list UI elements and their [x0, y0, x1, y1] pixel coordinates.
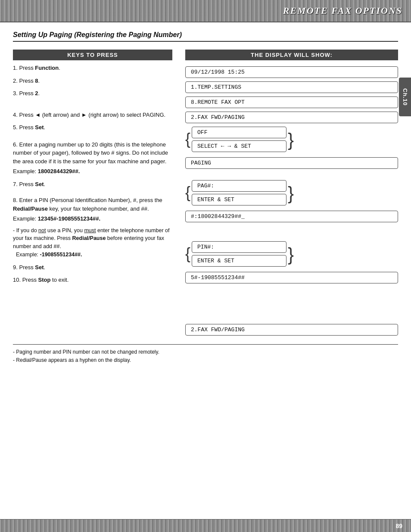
step-5-num: 5. [13, 124, 19, 131]
display-datetime: 09/12/1998 15:25 [185, 66, 398, 78]
step-10: 10. Press Stop to exit. [13, 276, 172, 284]
step-7-num: 7. [13, 181, 19, 187]
notes-section: - Paging number and PIN number can not b… [13, 344, 398, 364]
step-9-text: Press Set. [19, 264, 45, 271]
page-header: REMOTE FAX OPTIONS [0, 0, 411, 22]
step-2-bold: 8 [35, 78, 38, 84]
chapter-label: Ch.10 [402, 88, 408, 106]
chapter-tab: Ch.10 [399, 78, 411, 116]
display-select: SELECT ← → & SET [192, 140, 286, 152]
step-1-num: 1. [13, 65, 19, 71]
steps-list: 1. Press Function. 2. Press 8. 3. Press … [13, 64, 172, 284]
display-enter-set-1: ENTER & SET [192, 194, 286, 205]
display-fax-fwd-paging-1: 2.FAX FWD/PAGING [185, 112, 398, 123]
step-4-num: 4. [13, 112, 19, 118]
step-3-num: 3. [13, 90, 19, 96]
brace-left-1: { [185, 131, 190, 147]
display-remote-fax: 8.REMOTE FAX OPT [185, 96, 398, 108]
step-8-bold: Redial/Pause [13, 205, 48, 212]
right-column: THE DISPLAY WILL SHOW: 09/12/1998 15:25 … [185, 50, 398, 336]
step-8-text: Enter a PIN (Personal Identification Num… [13, 197, 162, 212]
step-9: 9. Press Set. [13, 263, 172, 272]
step-7: 7. Press Set. [13, 180, 172, 189]
display-pin-number: 5#-19085551234## [185, 272, 398, 283]
step-10-bold: Stop [38, 277, 51, 283]
brace-right-3: } [288, 246, 294, 264]
display-temp-settings: 1.TEMP.SETTINGS [185, 81, 398, 93]
brace-left-3: { [185, 246, 190, 261]
step-3: 3. Press 2. [13, 89, 172, 98]
step-5-bold: Set [35, 124, 44, 131]
section-title: Setting Up Paging (Registering the Pagin… [13, 31, 398, 42]
step-8-example: Example: 12345#-19085551234##. [13, 215, 172, 223]
brace-left-2: { [185, 185, 190, 200]
step-5-text: Press Set. [19, 124, 45, 131]
step-4: 4. Press ◄ (left arrow) and ► (right arr… [13, 111, 172, 119]
step-8: 8. Enter a PIN (Personal Identification … [13, 196, 172, 259]
step-6-example: Example: 18002844329##. [13, 167, 172, 176]
left-column: KEYS TO PRESS 1. Press Function. 2. Pres… [13, 50, 177, 289]
step-9-num: 9. [13, 264, 19, 271]
page-footer: 89 [0, 519, 411, 532]
note-2: - Redial/Pause appears as a hyphen on th… [13, 356, 398, 364]
step-8-num: 8. [13, 197, 19, 203]
step-5: 5. Press Set. [13, 123, 172, 132]
step-7-text: Press Set. [19, 181, 45, 187]
right-col-header: THE DISPLAY WILL SHOW: [185, 50, 398, 60]
brace-right-1: } [288, 131, 294, 149]
brace-1-boxes: OFF SELECT ← → & SET [192, 127, 286, 153]
step-9-bold: Set [35, 264, 44, 271]
step-10-text: Press Stop to exit. [22, 277, 69, 283]
display-pin-hash: PIN#: [192, 241, 286, 253]
step-2: 2. Press 8. [13, 77, 172, 85]
main-content: Setting Up Paging (Registering the Pagin… [0, 22, 411, 373]
step-2-num: 2. [13, 78, 19, 84]
two-column-layout: KEYS TO PRESS 1. Press Function. 2. Pres… [13, 50, 398, 336]
step-1-text: Press Function. [19, 65, 60, 71]
step-3-text: Press 2. [19, 90, 40, 96]
display-paging-number: #:18002844329##_ [185, 211, 398, 222]
brace-right-2: } [288, 184, 294, 202]
brace-2-boxes: PAG#: ENTER & SET [192, 180, 286, 206]
display-enter-set-2: ENTER & SET [192, 255, 286, 267]
display-off: OFF [192, 127, 286, 138]
brace-group-3: { PIN#: ENTER & SET } [185, 241, 398, 268]
display-final-fax-fwd: 2.FAX FWD/PAGING [185, 324, 398, 336]
step-7-bold: Set [35, 181, 44, 187]
step-6-num: 6. [13, 141, 19, 148]
header-title: REMOTE FAX OPTIONS [283, 5, 402, 16]
step-1: 1. Press Function. [13, 64, 172, 72]
brace-group-2: { PAG#: ENTER & SET } [185, 180, 398, 206]
page-number: 89 [395, 523, 402, 529]
step-6: 6. Enter a paging number up to 20 digits… [13, 140, 172, 176]
left-col-header: KEYS TO PRESS [13, 50, 172, 60]
step-8-subnote: - If you do not use a PIN, you must ente… [13, 227, 172, 259]
step-3-bold: 2 [35, 90, 38, 96]
brace-3-boxes: PIN#: ENTER & SET [192, 241, 286, 268]
step-10-num: 10. [13, 277, 22, 283]
display-pag-hash: PAG#: [192, 180, 286, 192]
step-2-text: Press 8. [19, 78, 40, 84]
step-6-text: Enter a paging number up to 20 digits (t… [13, 141, 168, 165]
step-6-example-bold: 18002844329##. [38, 168, 80, 174]
note-1: - Paging number and PIN number can not b… [13, 348, 398, 356]
display-paging: PAGING [185, 157, 398, 169]
brace-group-1: { OFF SELECT ← → & SET } [185, 127, 398, 153]
step-4-text: Press ◄ (left arrow) and ► (right arrow)… [19, 112, 165, 118]
step-1-bold: Function [35, 65, 59, 71]
step-8-example-bold: 12345#-19085551234##. [38, 215, 100, 222]
